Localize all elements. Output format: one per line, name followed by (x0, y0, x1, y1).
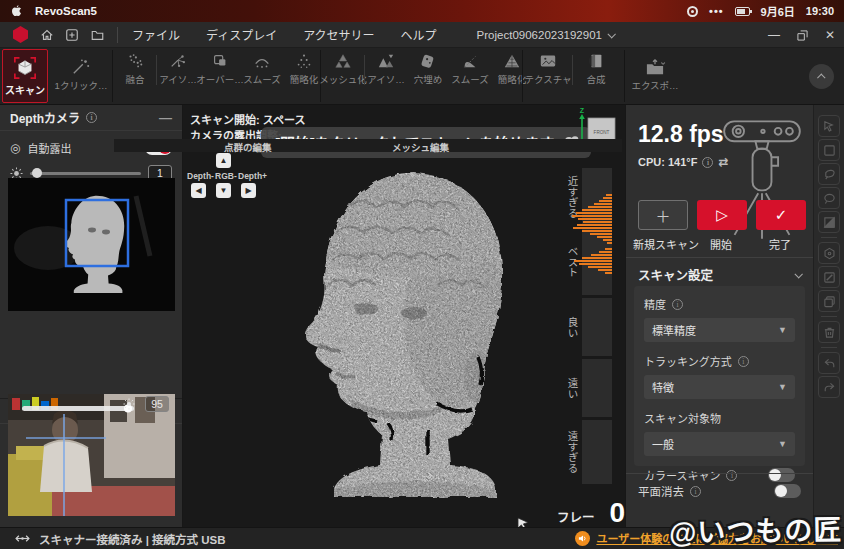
revoscan-window: RevoScan5 ••• 9月6日 19:30 ファイル ディスプレイ アクセ… (0, 0, 844, 549)
depth-exposure-slider[interactable] (30, 172, 141, 175)
mesh-region-button[interactable] (818, 242, 840, 264)
delete-button[interactable] (818, 321, 840, 343)
tool-mesh[interactable]: メッシュ化 (322, 49, 364, 89)
axis-front-label: FRONT (594, 130, 610, 135)
tool-smooth-mesh[interactable]: スムーズ (449, 49, 491, 89)
new-scan-label: 新規スキャン (633, 236, 699, 252)
smooth-mesh-icon (460, 52, 480, 70)
hole-fill-icon (418, 52, 438, 70)
plane-removal-label: 平面消去 (638, 483, 684, 499)
simplify-dots-icon (294, 52, 314, 70)
fill-tool-button[interactable] (818, 266, 840, 288)
info-icon[interactable] (738, 356, 749, 367)
tool-smooth-pc[interactable]: スムーズ (241, 49, 283, 89)
more-icon[interactable]: ••• (709, 5, 724, 17)
start-label: 開始 (710, 236, 732, 252)
select-tool-button[interactable] (818, 115, 840, 137)
point-cloud-edit-group: 融合 アイソ… オーバー… スムーズ 簡略化 (114, 49, 325, 89)
redo-button[interactable] (818, 376, 840, 398)
main-toolbar: スキャン 1クリック… 融合 アイソ… オーバー… (0, 48, 844, 105)
info-icon[interactable] (672, 299, 683, 310)
key-label-depth-minus: Depth- (187, 171, 214, 181)
tool-isolated-mesh[interactable]: アイソ… (365, 49, 407, 89)
info-icon[interactable] (702, 157, 713, 168)
info-icon[interactable] (690, 486, 701, 497)
isolated-points-icon (168, 52, 188, 70)
undo-button[interactable] (818, 352, 840, 374)
object-label: スキャン対象物 (644, 410, 721, 426)
close-button[interactable]: ✕ (816, 22, 844, 48)
group-label-mesh: メッシュ編集 (392, 140, 449, 154)
scan-viewport[interactable]: スキャン開始: スペース カメラの露出調整: RGB+ ▲ Depth- RGB… (183, 105, 625, 527)
scan-settings-header[interactable]: スキャン設定 (638, 265, 801, 284)
svg-text:Z: Z (580, 107, 585, 114)
key-label-rgb-minus: RGB- (215, 171, 237, 181)
texture-group: テクスチャ 合成 (524, 49, 619, 89)
depth-camera-preview (8, 178, 175, 311)
fps-readout: 12.8 fps (638, 121, 724, 148)
magic-wand-icon (71, 58, 91, 76)
menu-help[interactable]: ヘルプ (401, 26, 437, 43)
open-folder-icon[interactable] (89, 27, 105, 43)
tool-export[interactable]: エクスポ… (628, 49, 682, 101)
tool-hole-fill[interactable]: 穴埋め (407, 49, 449, 89)
scanner-connection-status: スキャナー接続済み | 接続方式 USB (14, 531, 226, 547)
key-right: ▶ (241, 183, 256, 198)
toolbar-group-band: 点群の編集 メッシュ編集 (114, 139, 622, 152)
tool-scan-label: スキャン (5, 82, 45, 97)
menu-display[interactable]: ディスプレイ (206, 26, 277, 43)
tool-texture[interactable]: テクスチャ (524, 49, 572, 89)
restore-button[interactable] (788, 22, 816, 48)
menu-accessory[interactable]: アクセサリー (303, 26, 374, 43)
export-folder-icon (644, 58, 666, 76)
plane-removal-toggle[interactable] (774, 484, 801, 498)
collapse-depth-section[interactable]: — (159, 110, 172, 125)
color-scan-toggle[interactable] (768, 468, 795, 482)
tool-merge[interactable]: 合成 (573, 49, 619, 89)
invert-select-button[interactable] (818, 211, 840, 233)
merge-icon (586, 52, 606, 70)
tool-isolated-points[interactable]: アイソ… (157, 49, 199, 89)
menubar-date: 9月6日 (761, 3, 795, 19)
frame-count-value: 0 (609, 499, 625, 527)
ellipse-select-button[interactable] (818, 187, 840, 209)
lasso-select-button[interactable] (818, 163, 840, 185)
chevron-up-icon (817, 73, 825, 81)
accuracy-select[interactable]: 標準精度▼ (644, 318, 795, 342)
rgb-exposure-value[interactable]: 95 (145, 396, 169, 412)
plane-removal-row: 平面消去 (638, 483, 801, 499)
accuracy-label: 精度 (644, 296, 666, 312)
tool-scan[interactable]: スキャン (2, 49, 48, 103)
info-icon[interactable] (726, 470, 737, 481)
home-icon[interactable] (39, 27, 55, 43)
start-button[interactable]: ▷ (697, 200, 747, 230)
menu-file[interactable]: ファイル (132, 26, 180, 43)
tracking-label: トラッキング方式 (644, 353, 732, 369)
tracking-select[interactable]: 特徴▼ (644, 375, 795, 399)
group-label-pointcloud: 点群の編集 (224, 140, 272, 154)
tool-fusion[interactable]: 融合 (114, 49, 156, 89)
toolbar-collapse-button[interactable] (809, 64, 834, 89)
info-icon[interactable] (86, 112, 97, 123)
object-select[interactable]: 一般▼ (644, 432, 795, 456)
done-button[interactable]: ✓ (756, 200, 806, 230)
scan-control-panel: 12.8 fps CPU: 141°F ⇄ ＋ ▷ ✓ 新規スキャン 開始 完了… (625, 105, 813, 527)
chevron-down-icon (607, 30, 615, 38)
simplify-mesh-icon (502, 52, 522, 70)
new-scan-button[interactable]: ＋ (638, 200, 688, 230)
tool-one-click[interactable]: 1クリック… (52, 49, 110, 101)
tool-overlap[interactable]: オーバー… (199, 49, 241, 89)
scan-settings-card: 精度 標準精度▼ トラッキング方式 特徴▼ スキャン対象物 一般▼ カラースキャ… (634, 286, 805, 466)
target-icon: ◎ (10, 141, 20, 155)
project-selector[interactable]: Project09062023192901 (477, 29, 614, 41)
hint-start-scan: スキャン開始: スペース (190, 111, 305, 127)
minimize-button[interactable]: — (760, 22, 788, 48)
cpu-temp-row: CPU: 141°F ⇄ (638, 155, 728, 169)
duplicate-button[interactable] (818, 290, 840, 312)
new-project-icon[interactable] (64, 27, 80, 43)
usb-icon (14, 533, 31, 544)
menubar-time: 19:30 (806, 5, 834, 17)
rect-select-button[interactable] (818, 139, 840, 161)
record-icon[interactable] (687, 6, 698, 17)
dropdown-arrow-icon: ▼ (778, 325, 787, 335)
